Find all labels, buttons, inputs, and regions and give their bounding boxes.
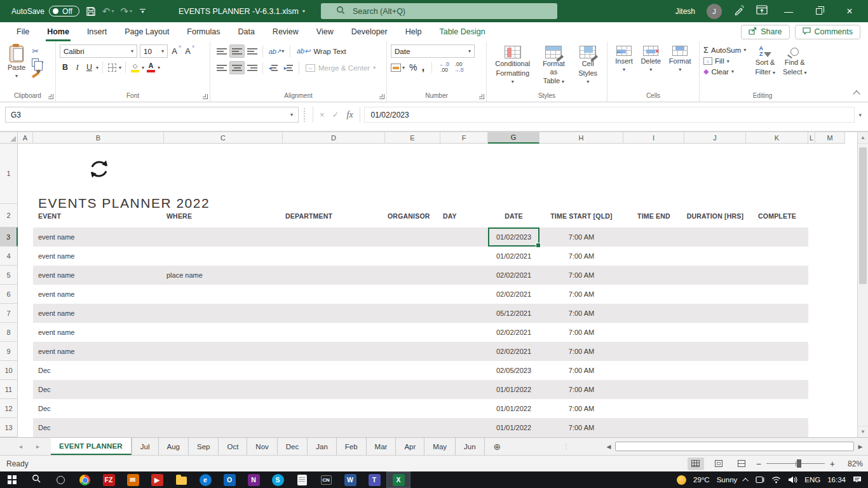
borders-caret-icon[interactable]: ▾: [119, 65, 121, 71]
scroll-right-icon[interactable]: ▶: [855, 444, 865, 450]
align-right-button[interactable]: [245, 61, 260, 74]
language-indicator[interactable]: ENG: [804, 476, 820, 484]
user-name[interactable]: Jitesh: [675, 7, 695, 16]
format-cells-button[interactable]: Format ▾: [665, 44, 695, 74]
increase-indent-button[interactable]: ▸: [281, 61, 296, 74]
clear-button[interactable]: ◆Clear▾: [703, 67, 746, 76]
row-header-9[interactable]: 9: [0, 342, 18, 361]
table-row[interactable]: event name02/02/20217:00 AM: [33, 285, 808, 304]
page-break-view-button[interactable]: [733, 458, 750, 470]
select-all-corner[interactable]: [0, 132, 18, 144]
row-header-4[interactable]: 4: [0, 247, 18, 266]
notification-center-icon[interactable]: [853, 476, 862, 484]
weather-temp[interactable]: 29°C: [693, 476, 710, 484]
fill-color-button[interactable]: ◇: [130, 62, 140, 73]
row-header-2[interactable]: 2: [0, 204, 18, 227]
font-dialog-launcher-icon[interactable]: [203, 94, 208, 99]
delete-cells-button[interactable]: × Delete ▾: [637, 44, 665, 74]
task-view-button[interactable]: [48, 471, 72, 488]
cell-styles-button[interactable]: Cell Styles ▾: [573, 44, 603, 86]
teams-icon[interactable]: T: [362, 471, 386, 488]
table-row[interactable]: event name01/02/20217:00 AM: [33, 247, 808, 266]
row-header-7[interactable]: 7: [0, 304, 18, 323]
row-header-6[interactable]: 6: [0, 285, 18, 304]
weather-sun-icon[interactable]: [677, 475, 686, 485]
align-left-button[interactable]: [214, 61, 229, 74]
row-header-5[interactable]: 5: [0, 266, 18, 285]
autosave-pill[interactable]: Off: [49, 6, 79, 17]
row-header-1[interactable]: 1: [0, 144, 18, 204]
column-header-G[interactable]: G: [488, 132, 539, 144]
column-header-C[interactable]: C: [164, 132, 283, 144]
zoom-slider[interactable]: [766, 463, 825, 464]
vertical-scroll-thumb[interactable]: [859, 147, 867, 284]
enter-icon[interactable]: ✓: [332, 110, 339, 119]
wifi-icon[interactable]: [771, 476, 781, 484]
autosum-button[interactable]: ΣAutoSum▾: [703, 45, 746, 55]
sort-filter-button[interactable]: AZ Sort & Filter ▾: [751, 44, 779, 77]
sheet-tab-oct[interactable]: Oct: [219, 438, 247, 455]
scroll-left-icon[interactable]: ◀: [604, 444, 614, 450]
table-row[interactable]: event nameplace name02/02/20217:00 AM: [33, 266, 808, 285]
copy-button[interactable]: ▾: [32, 58, 43, 67]
align-top-button[interactable]: [214, 44, 229, 58]
table-row[interactable]: Dec01/01/20227:00 AM: [33, 399, 808, 418]
row-header-11[interactable]: 11: [0, 380, 18, 399]
sheet-tab-event-planner[interactable]: EVENT PLANNER: [51, 438, 132, 455]
clock[interactable]: 16:34: [827, 476, 846, 484]
sheet-tab-dec[interactable]: Dec: [278, 438, 308, 455]
comma-style-button[interactable]: ,: [421, 64, 424, 71]
search-box[interactable]: Search (Alt+Q): [321, 3, 557, 19]
merge-center-button[interactable]: ⇔Merge & Center▾: [302, 64, 379, 72]
tab-insert[interactable]: Insert: [78, 22, 116, 41]
youtube-icon[interactable]: ▶: [145, 471, 169, 488]
prev-sheet-icon[interactable]: ◂: [19, 443, 22, 450]
restore-button[interactable]: [810, 6, 829, 17]
orientation-button[interactable]: ab↗▾: [266, 44, 287, 58]
conditional-formatting-button[interactable]: Conditional Formatting ▾: [491, 44, 535, 86]
sheet-tab-sep[interactable]: Sep: [189, 438, 219, 455]
clipboard-dialog-launcher-icon[interactable]: [48, 94, 53, 99]
mail-icon[interactable]: ✉: [121, 471, 145, 488]
cancel-icon[interactable]: ×: [320, 110, 325, 119]
excel-icon[interactable]: X: [386, 471, 410, 488]
table-row[interactable]: Dec02/05/20237:00 AM: [33, 361, 808, 380]
tab-table-design[interactable]: Table Design: [430, 22, 494, 41]
column-header-L[interactable]: L: [808, 132, 815, 144]
weather-desc[interactable]: Sunny: [717, 476, 738, 484]
align-middle-button[interactable]: [229, 44, 245, 58]
fill-color-caret-icon[interactable]: ▾: [142, 65, 144, 71]
number-format-select[interactable]: Date▾: [391, 44, 475, 58]
column-header-H[interactable]: H: [539, 132, 623, 144]
row-header-12[interactable]: 12: [0, 399, 18, 418]
horizontal-scroll-thumb[interactable]: [615, 442, 854, 451]
insert-cells-button[interactable]: ← Insert ▾: [611, 44, 637, 74]
table-row[interactable]: event name05/12/20217:00 AM: [33, 304, 808, 323]
onenote-icon[interactable]: N: [241, 471, 266, 488]
formula-input[interactable]: 01/02/2023: [364, 107, 855, 123]
align-center-button[interactable]: [229, 61, 245, 74]
start-button[interactable]: [0, 471, 24, 488]
accounting-format-button[interactable]: ▾: [391, 64, 405, 72]
sheet-tab-mar[interactable]: Mar: [367, 438, 397, 455]
minimize-button[interactable]: —: [779, 6, 798, 17]
zoom-slider-thumb[interactable]: [797, 459, 801, 468]
skype-icon[interactable]: S: [266, 471, 290, 488]
column-header-M[interactable]: M: [815, 132, 845, 144]
tab-file[interactable]: File: [8, 22, 38, 41]
italic-button[interactable]: I: [72, 62, 83, 73]
sheet-tab-feb[interactable]: Feb: [337, 438, 367, 455]
percent-style-button[interactable]: %: [409, 62, 417, 72]
collapse-ribbon-icon[interactable]: [853, 90, 860, 97]
tab-view[interactable]: View: [308, 22, 342, 41]
page-layout-view-button[interactable]: [710, 458, 727, 470]
row-header-10[interactable]: 10: [0, 361, 18, 380]
next-sheet-icon[interactable]: ▸: [36, 443, 39, 450]
table-row[interactable]: Dec01/01/20227:00 AM: [33, 418, 808, 437]
comments-button[interactable]: Comments: [795, 25, 860, 39]
sheet-tab-may[interactable]: May: [424, 438, 456, 455]
sheet-tab-jul[interactable]: Jul: [132, 438, 159, 455]
document-title[interactable]: EVENTS PLANNER -V-6.3.1.xlsm ▾: [179, 7, 305, 16]
decrease-indent-button[interactable]: ◂: [266, 61, 281, 74]
tray-expand-icon[interactable]: [742, 477, 749, 484]
